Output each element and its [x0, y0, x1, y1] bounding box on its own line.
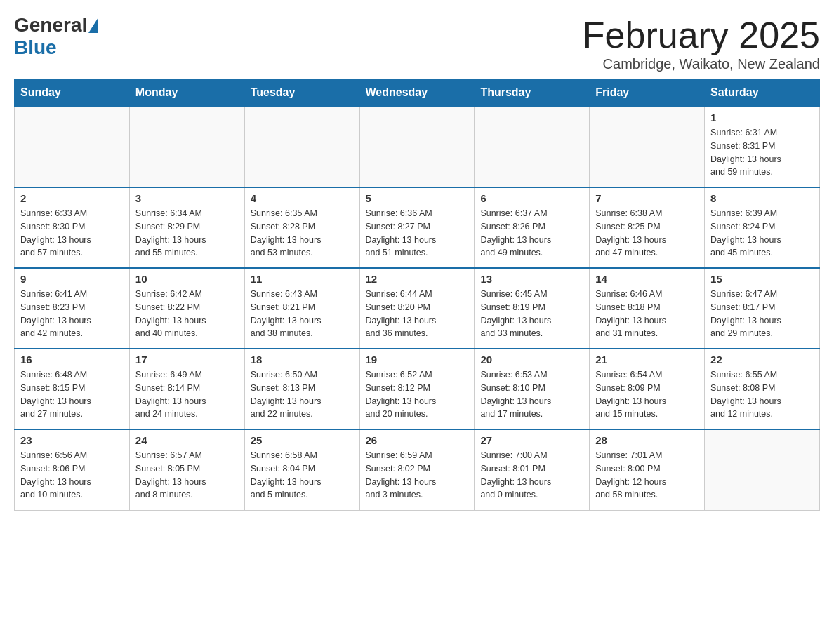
day-info: Sunrise: 7:01 AMSunset: 8:00 PMDaylight:… [595, 449, 699, 502]
logo-blue-text: Blue [14, 36, 57, 58]
calendar-cell: 22Sunrise: 6:55 AMSunset: 8:08 PMDayligh… [705, 349, 820, 429]
day-number: 26 [366, 434, 469, 446]
calendar-cell: 9Sunrise: 6:41 AMSunset: 8:23 PMDaylight… [15, 268, 130, 349]
calendar-cell: 11Sunrise: 6:43 AMSunset: 8:21 PMDayligh… [244, 268, 359, 349]
day-info: Sunrise: 6:49 AMSunset: 8:14 PMDaylight:… [135, 368, 239, 421]
calendar-cell: 13Sunrise: 6:45 AMSunset: 8:19 PMDayligh… [475, 268, 590, 349]
calendar-cell: 5Sunrise: 6:36 AMSunset: 8:27 PMDaylight… [359, 187, 475, 268]
day-info: Sunrise: 6:41 AMSunset: 8:23 PMDaylight:… [20, 288, 124, 340]
day-number: 20 [480, 354, 583, 365]
day-info: Sunrise: 6:36 AMSunset: 8:27 PMDaylight:… [366, 207, 469, 260]
calendar-cell: 3Sunrise: 6:34 AMSunset: 8:29 PMDaylight… [129, 187, 244, 268]
calendar-header-saturday: Saturday [705, 79, 820, 107]
calendar-header-tuesday: Tuesday [244, 79, 359, 107]
location-text: Cambridge, Waikato, New Zealand [583, 56, 820, 72]
day-number: 5 [366, 192, 469, 204]
day-number: 25 [251, 434, 354, 446]
day-info: Sunrise: 6:31 AMSunset: 8:31 PMDaylight:… [710, 126, 814, 179]
day-info: Sunrise: 6:46 AMSunset: 8:18 PMDaylight:… [595, 288, 699, 340]
calendar-week-4: 23Sunrise: 6:56 AMSunset: 8:06 PMDayligh… [15, 429, 820, 510]
calendar-header-monday: Monday [129, 79, 244, 107]
day-number: 2 [20, 192, 124, 204]
logo-triangle-icon [88, 18, 98, 33]
day-info: Sunrise: 6:45 AMSunset: 8:19 PMDaylight:… [480, 288, 583, 340]
calendar-header-friday: Friday [590, 79, 705, 107]
calendar-table: SundayMondayTuesdayWednesdayThursdayFrid… [14, 79, 820, 511]
calendar-cell: 4Sunrise: 6:35 AMSunset: 8:28 PMDaylight… [244, 187, 359, 268]
day-info: Sunrise: 6:34 AMSunset: 8:29 PMDaylight:… [135, 207, 239, 260]
day-number: 28 [595, 434, 699, 446]
calendar-cell: 19Sunrise: 6:52 AMSunset: 8:12 PMDayligh… [359, 349, 475, 429]
day-number: 21 [595, 354, 699, 365]
calendar-cell [475, 107, 590, 187]
day-number: 16 [20, 354, 124, 365]
day-info: Sunrise: 6:54 AMSunset: 8:09 PMDaylight:… [595, 368, 699, 421]
day-info: Sunrise: 6:33 AMSunset: 8:30 PMDaylight:… [20, 207, 124, 260]
logo: General Blue [14, 14, 100, 59]
calendar-cell [359, 107, 475, 187]
day-number: 12 [366, 273, 469, 285]
day-info: Sunrise: 6:57 AMSunset: 8:05 PMDaylight:… [135, 449, 239, 502]
day-number: 6 [480, 192, 583, 204]
calendar-cell [590, 107, 705, 187]
calendar-cell: 18Sunrise: 6:50 AMSunset: 8:13 PMDayligh… [244, 349, 359, 429]
calendar-header-sunday: Sunday [15, 79, 130, 107]
calendar-cell: 23Sunrise: 6:56 AMSunset: 8:06 PMDayligh… [15, 429, 130, 510]
calendar-cell: 12Sunrise: 6:44 AMSunset: 8:20 PMDayligh… [359, 268, 475, 349]
day-number: 18 [251, 354, 354, 365]
day-info: Sunrise: 6:44 AMSunset: 8:20 PMDaylight:… [366, 288, 469, 340]
logo-general-text: General [14, 14, 87, 36]
day-number: 14 [595, 273, 699, 285]
calendar-cell: 24Sunrise: 6:57 AMSunset: 8:05 PMDayligh… [129, 429, 244, 510]
day-number: 10 [135, 273, 239, 285]
day-info: Sunrise: 6:39 AMSunset: 8:24 PMDaylight:… [710, 207, 814, 260]
calendar-cell: 7Sunrise: 6:38 AMSunset: 8:25 PMDaylight… [590, 187, 705, 268]
calendar-cell: 16Sunrise: 6:48 AMSunset: 8:15 PMDayligh… [15, 349, 130, 429]
day-info: Sunrise: 6:58 AMSunset: 8:04 PMDaylight:… [251, 449, 354, 502]
calendar-cell [15, 107, 130, 187]
day-number: 8 [710, 192, 814, 204]
day-info: Sunrise: 6:37 AMSunset: 8:26 PMDaylight:… [480, 207, 583, 260]
day-info: Sunrise: 6:56 AMSunset: 8:06 PMDaylight:… [20, 449, 124, 502]
calendar-cell: 27Sunrise: 7:00 AMSunset: 8:01 PMDayligh… [475, 429, 590, 510]
day-number: 15 [710, 273, 814, 285]
calendar-week-1: 2Sunrise: 6:33 AMSunset: 8:30 PMDaylight… [15, 187, 820, 268]
calendar-cell [244, 107, 359, 187]
calendar-cell: 26Sunrise: 6:59 AMSunset: 8:02 PMDayligh… [359, 429, 475, 510]
calendar-cell: 6Sunrise: 6:37 AMSunset: 8:26 PMDaylight… [475, 187, 590, 268]
day-info: Sunrise: 6:38 AMSunset: 8:25 PMDaylight:… [595, 207, 699, 260]
calendar-cell: 10Sunrise: 6:42 AMSunset: 8:22 PMDayligh… [129, 268, 244, 349]
calendar-cell [705, 429, 820, 510]
day-number: 3 [135, 192, 239, 204]
day-number: 4 [251, 192, 354, 204]
calendar-header-thursday: Thursday [475, 79, 590, 107]
day-info: Sunrise: 6:35 AMSunset: 8:28 PMDaylight:… [251, 207, 354, 260]
day-number: 1 [710, 112, 814, 123]
day-number: 9 [20, 273, 124, 285]
calendar-cell: 25Sunrise: 6:58 AMSunset: 8:04 PMDayligh… [244, 429, 359, 510]
day-info: Sunrise: 6:59 AMSunset: 8:02 PMDaylight:… [366, 449, 469, 502]
calendar-week-3: 16Sunrise: 6:48 AMSunset: 8:15 PMDayligh… [15, 349, 820, 429]
page-header: General Blue February 2025 Cambridge, Wa… [14, 14, 820, 72]
calendar-header-row: SundayMondayTuesdayWednesdayThursdayFrid… [15, 79, 820, 107]
calendar-cell: 8Sunrise: 6:39 AMSunset: 8:24 PMDaylight… [705, 187, 820, 268]
title-section: February 2025 Cambridge, Waikato, New Ze… [583, 14, 820, 72]
calendar-cell: 21Sunrise: 6:54 AMSunset: 8:09 PMDayligh… [590, 349, 705, 429]
day-info: Sunrise: 7:00 AMSunset: 8:01 PMDaylight:… [480, 449, 583, 502]
day-info: Sunrise: 6:47 AMSunset: 8:17 PMDaylight:… [710, 288, 814, 340]
day-number: 23 [20, 434, 124, 446]
day-info: Sunrise: 6:42 AMSunset: 8:22 PMDaylight:… [135, 288, 239, 340]
day-number: 13 [480, 273, 583, 285]
day-number: 22 [710, 354, 814, 365]
day-info: Sunrise: 6:55 AMSunset: 8:08 PMDaylight:… [710, 368, 814, 421]
day-number: 19 [366, 354, 469, 365]
day-number: 11 [251, 273, 354, 285]
day-number: 24 [135, 434, 239, 446]
month-title: February 2025 [583, 14, 820, 56]
calendar-cell: 2Sunrise: 6:33 AMSunset: 8:30 PMDaylight… [15, 187, 130, 268]
day-info: Sunrise: 6:50 AMSunset: 8:13 PMDaylight:… [251, 368, 354, 421]
calendar-cell: 14Sunrise: 6:46 AMSunset: 8:18 PMDayligh… [590, 268, 705, 349]
calendar-header-wednesday: Wednesday [359, 79, 475, 107]
day-info: Sunrise: 6:53 AMSunset: 8:10 PMDaylight:… [480, 368, 583, 421]
calendar-cell: 20Sunrise: 6:53 AMSunset: 8:10 PMDayligh… [475, 349, 590, 429]
